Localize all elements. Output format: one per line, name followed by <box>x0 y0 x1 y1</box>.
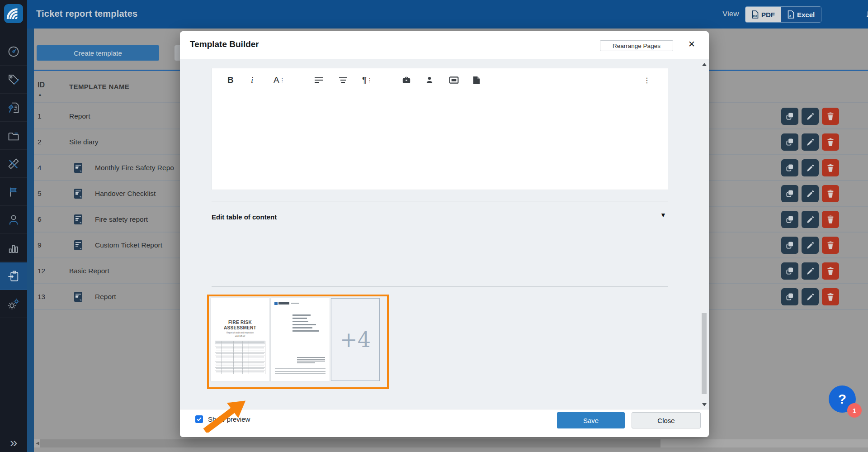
page-preview-strip[interactable]: FIRE RISK ASSESSMENT Report of audit and… <box>207 295 389 389</box>
sidebar-nav: » <box>0 0 27 452</box>
align-left-icon[interactable] <box>314 75 323 86</box>
modal-close-icon[interactable]: ✕ <box>685 38 698 51</box>
delete-button[interactable] <box>822 185 839 202</box>
duplicate-button[interactable] <box>781 288 798 305</box>
font-size-button[interactable]: A⋮ <box>274 75 285 86</box>
help-button[interactable]: ? 1 <box>829 385 856 413</box>
sidebar-item-projects[interactable] <box>0 122 27 150</box>
horizontal-scrollbar[interactable] <box>34 439 868 447</box>
delete-button[interactable] <box>822 108 839 125</box>
pdf-template-icon <box>74 162 83 173</box>
modal-scrollbar[interactable] <box>700 59 708 409</box>
pdf-template-icon <box>74 188 83 199</box>
report-hammer-icon <box>7 101 20 114</box>
edit-button[interactable] <box>802 211 819 228</box>
sort-ascending-icon[interactable]: ▲ <box>38 92 42 97</box>
editor-kebab-menu[interactable]: ⋮ <box>643 75 651 86</box>
row-actions <box>781 133 839 151</box>
create-template-button[interactable]: Create template <box>37 45 159 61</box>
more-pages-count: +4 <box>340 328 371 352</box>
scroll-down-arrow-icon[interactable] <box>702 403 707 406</box>
folder-icon <box>7 129 20 142</box>
delete-button[interactable] <box>822 262 839 280</box>
sidebar-item-ticket-reports[interactable] <box>0 262 27 290</box>
delete-button[interactable] <box>822 288 839 305</box>
edit-toc-label[interactable]: Edit table of content <box>212 213 277 221</box>
row-id: 5 <box>38 190 42 198</box>
annotation-arrow <box>190 385 249 433</box>
template-name: Basic Report <box>69 267 109 275</box>
row-id: 9 <box>38 241 42 249</box>
duplicate-button[interactable] <box>781 159 798 176</box>
delete-button[interactable] <box>822 211 839 228</box>
sidebar-item-settings[interactable] <box>0 290 27 318</box>
sidebar-item-statistics[interactable] <box>0 234 27 262</box>
document-field-icon[interactable] <box>473 75 480 86</box>
row-actions <box>781 262 839 280</box>
edit-button[interactable] <box>802 262 819 280</box>
sidebar-item-reports[interactable] <box>0 94 27 122</box>
row-id: 2 <box>38 138 42 146</box>
edit-button[interactable] <box>802 159 819 176</box>
duplicate-button[interactable] <box>781 237 798 254</box>
delete-button[interactable] <box>822 237 839 254</box>
duplicate-button[interactable] <box>781 211 798 228</box>
edit-button[interactable] <box>802 237 819 254</box>
scroll-left-arrow-icon[interactable] <box>36 442 39 445</box>
ticket-field-icon[interactable] <box>449 75 459 86</box>
template-builder-modal: Template Builder Rearrange Pages ✕ B i A… <box>180 31 709 437</box>
paragraph-style-button[interactable]: ¶⋮ <box>362 75 372 86</box>
sidebar-item-plans[interactable] <box>0 150 27 178</box>
excel-label: Excel <box>797 11 815 19</box>
flag-icon <box>7 186 20 198</box>
column-header-template-name[interactable]: TEMPLATE NAME <box>69 83 129 90</box>
save-button[interactable]: Save <box>557 412 625 428</box>
modal-scrollbar-thumb[interactable] <box>702 313 707 394</box>
sidebar-collapse-toggle[interactable]: » <box>0 435 27 450</box>
duplicate-button[interactable] <box>781 133 798 151</box>
duplicate-button[interactable] <box>781 185 798 202</box>
preview-more-pages[interactable]: +4 <box>331 298 380 381</box>
template-name: Report <box>69 112 90 120</box>
template-name: Report <box>95 293 116 301</box>
notification-bell-icon[interactable] <box>864 7 868 23</box>
sidebar-item-tags[interactable] <box>0 66 27 94</box>
sidebar-item-dashboard[interactable] <box>0 38 27 66</box>
app-logo[interactable] <box>4 4 23 23</box>
svg-text:x: x <box>789 14 791 17</box>
ruler-pencil-icon <box>7 157 20 170</box>
person-field-icon[interactable] <box>425 75 434 86</box>
project-field-icon[interactable] <box>402 75 411 86</box>
delete-button[interactable] <box>822 133 839 151</box>
edit-button[interactable] <box>802 108 819 125</box>
bold-button[interactable]: B <box>227 75 234 86</box>
preview-doc-table-text <box>216 342 264 373</box>
gauge-icon <box>7 45 20 58</box>
preview-page-2[interactable] <box>271 298 330 381</box>
rearrange-pages-button[interactable]: Rearrange Pages <box>600 40 673 51</box>
row-actions <box>781 237 839 254</box>
duplicate-button[interactable] <box>781 262 798 280</box>
sidebar-item-flags[interactable] <box>0 178 27 206</box>
duplicate-button[interactable] <box>781 108 798 125</box>
view-excel-button[interactable]: x Excel <box>781 7 821 22</box>
italic-button[interactable]: i <box>251 75 253 86</box>
sidebar-item-users[interactable] <box>0 206 27 234</box>
delete-button[interactable] <box>822 159 839 176</box>
align-center-icon[interactable] <box>339 75 348 86</box>
template-name: Handover Checklist <box>95 190 156 198</box>
edit-button[interactable] <box>802 133 819 151</box>
edit-button[interactable] <box>802 185 819 202</box>
preview-page-1[interactable]: FIRE RISK ASSESSMENT Report of audit and… <box>211 298 269 381</box>
rich-text-editor[interactable]: B i A⋮ ¶⋮ ⋮ <box>212 68 668 190</box>
view-pdf-button[interactable]: PDF PDF <box>745 7 781 22</box>
scroll-up-arrow-icon[interactable] <box>702 63 707 66</box>
close-button[interactable]: Close <box>632 412 701 428</box>
svg-text:PDF: PDF <box>753 15 757 18</box>
toc-chevron-down-icon[interactable]: ▼ <box>660 211 666 219</box>
preview-doc-subtitle: Report of audit and inspection <box>211 332 269 334</box>
edit-button[interactable] <box>802 288 819 305</box>
column-header-id[interactable]: ID <box>38 81 45 89</box>
preview-doc-date: 2018.08.09 <box>211 335 269 337</box>
horizontal-scrollbar-thumb[interactable] <box>40 439 660 447</box>
